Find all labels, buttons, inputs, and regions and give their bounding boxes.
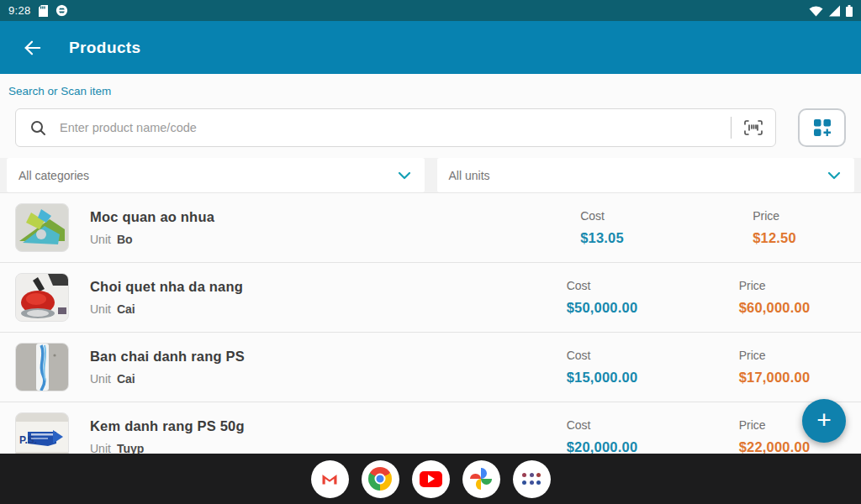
product-name: Kem danh rang PS 50g: [90, 418, 510, 434]
product-name: Choi quet nha da nang: [90, 279, 510, 295]
cost-value: $13.05: [580, 230, 624, 246]
drawer-dots-icon: [522, 473, 541, 485]
cost-column: Cost $50,000.00: [510, 279, 695, 316]
status-clock: 9:28: [8, 4, 31, 17]
add-product-fab[interactable]: +: [802, 399, 846, 443]
units-dropdown[interactable]: All units: [437, 158, 855, 192]
barcode-scan-button[interactable]: [732, 120, 775, 135]
product-info: Choi quet nha da nang UnitCai: [90, 279, 510, 316]
search-input[interactable]: [60, 121, 731, 134]
units-dropdown-value: All units: [449, 169, 490, 182]
cost-label: Cost: [567, 349, 591, 362]
search-icon: [30, 120, 46, 136]
product-info: Kem danh rang PS 50g UnitTuyp: [90, 418, 510, 455]
product-name: Moc quan ao nhua: [90, 209, 510, 225]
price-label: Price: [739, 349, 766, 362]
unit-value: Bo: [117, 233, 133, 246]
cost-label: Cost: [567, 418, 591, 432]
product-row[interactable]: Ban chai danh rang PS UnitCai Cost $15,0…: [0, 333, 861, 402]
cost-value: $15,000.00: [567, 370, 638, 386]
price-value: $60,000.00: [739, 300, 811, 316]
back-button[interactable]: [18, 34, 45, 61]
youtube-app-icon[interactable]: [412, 460, 450, 498]
unit-value: Cai: [117, 302, 135, 316]
unit-value: Cai: [117, 372, 135, 386]
app-bar: Products: [0, 21, 861, 74]
product-unit-line: UnitCai: [90, 302, 510, 316]
status-right: [809, 5, 853, 17]
price-label: Price: [739, 418, 766, 432]
search-or-scan-label: Search or Scan item: [8, 85, 861, 97]
product-name: Ban chai danh rang PS: [90, 349, 510, 365]
chrome-app-icon[interactable]: [362, 460, 399, 498]
wifi-icon: [809, 5, 823, 17]
cost-column: Cost $13.05: [510, 209, 695, 246]
sd-card-icon: [39, 5, 48, 17]
plus-icon: +: [816, 407, 832, 433]
categories-dropdown[interactable]: All categories: [7, 158, 425, 192]
product-thumbnail: [15, 343, 69, 391]
price-label: Price: [739, 279, 766, 292]
cost-column: Cost $20,000.00: [510, 418, 695, 455]
search-row: [15, 108, 846, 147]
barcode-scan-icon: [744, 120, 763, 135]
search-box: [15, 108, 776, 147]
product-thumbnail: [15, 273, 69, 322]
price-value: $17,000.00: [739, 370, 811, 386]
gear-icon: [55, 4, 68, 17]
svg-text:P.S.: P.S.: [19, 434, 37, 446]
product-info: Ban chai danh rang PS UnitCai: [90, 349, 510, 386]
cost-label: Cost: [567, 279, 591, 292]
back-arrow-icon: [22, 39, 42, 57]
signal-icon: [828, 5, 841, 17]
price-label: Price: [753, 209, 779, 223]
photos-app-icon[interactable]: [462, 460, 500, 498]
chevron-down-icon: [398, 171, 411, 180]
price-column: Price $60,000.00: [695, 279, 854, 316]
app-drawer-icon[interactable]: [513, 460, 551, 498]
price-column: Price $12.50: [695, 209, 854, 246]
filter-row: All categories All units: [0, 158, 861, 192]
chrome-icon: [368, 467, 392, 491]
product-thumbnail: [15, 203, 69, 252]
photos-pinwheel-icon: [470, 468, 492, 490]
price-column: Price $17,000.00: [695, 349, 854, 386]
categories-dropdown-value: All categories: [18, 169, 89, 182]
product-row[interactable]: Moc quan ao nhua UnitBo Cost $13.05 Pric…: [0, 193, 861, 263]
status-bar: 9:28: [0, 0, 861, 21]
product-info: Moc quan ao nhua UnitBo: [90, 209, 510, 246]
dock: [0, 454, 861, 504]
product-list: Moc quan ao nhua UnitBo Cost $13.05 Pric…: [0, 192, 861, 472]
cost-value: $50,000.00: [567, 300, 638, 316]
status-left: 9:28: [8, 4, 68, 17]
product-unit-line: UnitCai: [90, 372, 510, 386]
unit-label: Unit: [90, 302, 111, 316]
gmail-app-icon[interactable]: [311, 460, 349, 498]
price-value: $12.50: [753, 230, 796, 246]
unit-label: Unit: [90, 233, 111, 246]
unit-label: Unit: [90, 372, 111, 386]
battery-icon: [846, 5, 853, 17]
cost-column: Cost $15,000.00: [510, 349, 695, 386]
grid-add-icon: [812, 118, 832, 138]
android-screen: 9:28 Products: [0, 0, 861, 504]
cost-label: Cost: [580, 209, 605, 223]
product-unit-line: UnitBo: [90, 233, 510, 246]
youtube-icon: [420, 471, 442, 487]
product-row[interactable]: Choi quet nha da nang UnitCai Cost $50,0…: [0, 263, 861, 333]
chevron-down-icon: [827, 171, 841, 180]
add-product-grid-button[interactable]: [798, 108, 846, 147]
page-title: Products: [69, 39, 141, 57]
